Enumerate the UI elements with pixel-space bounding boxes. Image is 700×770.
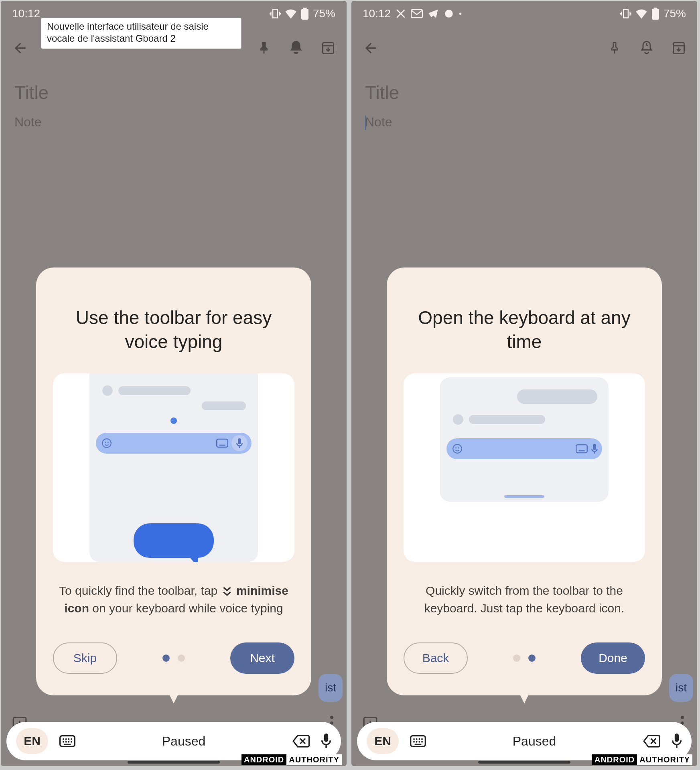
language-chip[interactable]: EN xyxy=(16,728,48,754)
gmail-icon xyxy=(411,9,423,18)
note-title-placeholder[interactable]: Title xyxy=(14,82,333,103)
status-time: 10:12 xyxy=(363,7,391,20)
phone-right: 10:12 • 75% Title Note Open the k xyxy=(351,1,697,766)
card-caption: To quickly find the toolbar, tap minimis… xyxy=(53,582,294,617)
svg-point-30 xyxy=(455,447,457,448)
keyboard-icon[interactable] xyxy=(410,735,426,748)
page-indicator xyxy=(513,654,536,662)
svg-rect-22 xyxy=(64,744,71,745)
reminder-bell-icon[interactable] xyxy=(289,40,303,56)
x-app-icon xyxy=(396,8,406,19)
pin-icon[interactable] xyxy=(607,41,622,55)
telegram-icon xyxy=(428,8,439,19)
chevron-double-down-icon xyxy=(222,586,232,597)
back-icon[interactable] xyxy=(12,40,28,56)
svg-point-47 xyxy=(421,741,423,743)
svg-point-29 xyxy=(453,444,462,453)
archive-icon[interactable] xyxy=(672,41,686,55)
svg-rect-24 xyxy=(411,10,422,18)
skip-button[interactable]: Skip xyxy=(53,642,117,674)
svg-rect-34 xyxy=(593,444,596,450)
card-heading: Use the toolbar for easy voice typing xyxy=(53,306,294,354)
archive-icon[interactable] xyxy=(321,41,335,55)
speech-bubble-icon xyxy=(134,523,214,558)
card-heading: Open the keyboard at any time xyxy=(404,306,645,354)
gesture-bar xyxy=(478,761,570,764)
language-chip[interactable]: EN xyxy=(367,728,399,754)
mic-icon[interactable] xyxy=(321,734,331,749)
bottom-area: ist EN Paused ANDROIDAUTHORITY xyxy=(351,714,697,766)
svg-rect-23 xyxy=(324,734,328,742)
svg-rect-48 xyxy=(415,744,422,745)
card-illustration xyxy=(404,373,645,562)
svg-rect-27 xyxy=(653,8,657,10)
svg-point-16 xyxy=(68,738,69,740)
gesture-bar xyxy=(128,761,220,764)
battery-percent: 75% xyxy=(663,7,686,20)
svg-point-43 xyxy=(421,738,423,740)
suggestion-chip-peek[interactable]: ist xyxy=(319,674,343,702)
card-illustration xyxy=(53,373,294,562)
status-time: 10:12 xyxy=(12,7,40,20)
mic-icon[interactable] xyxy=(672,734,682,749)
svg-point-42 xyxy=(418,738,420,740)
chat-app-icon xyxy=(444,8,454,19)
svg-rect-0 xyxy=(301,9,308,20)
svg-point-46 xyxy=(418,741,420,743)
svg-point-15 xyxy=(65,738,67,740)
watermark: ANDROIDAUTHORITY xyxy=(592,754,692,765)
battery-percent: 75% xyxy=(313,7,335,20)
svg-point-5 xyxy=(108,442,109,443)
text-cursor xyxy=(365,116,366,130)
illus-home-indicator xyxy=(504,495,544,498)
svg-rect-33 xyxy=(579,450,585,452)
svg-point-36 xyxy=(681,716,684,719)
vibrate-icon xyxy=(620,8,631,19)
keyboard-icon[interactable] xyxy=(59,735,75,748)
voice-status: Paused xyxy=(437,734,631,749)
onboarding-card: Open the keyboard at any time Quickly sw… xyxy=(387,267,662,695)
svg-point-14 xyxy=(63,738,64,740)
next-button[interactable]: Next xyxy=(230,642,294,674)
battery-icon xyxy=(651,8,659,20)
mic-mini-icon xyxy=(236,438,243,448)
svg-rect-26 xyxy=(652,9,659,20)
backspace-icon[interactable] xyxy=(643,734,660,748)
back-icon[interactable] xyxy=(363,40,379,56)
svg-point-31 xyxy=(458,447,459,448)
emoji-icon xyxy=(101,438,112,448)
reminder-bell-icon[interactable] xyxy=(639,40,654,56)
svg-point-19 xyxy=(65,741,67,743)
note-body-placeholder[interactable]: Note xyxy=(14,115,333,130)
card-caption: Quickly switch from the toolbar to the k… xyxy=(404,582,645,617)
keyboard-mini-icon xyxy=(576,444,588,454)
note-title-placeholder[interactable]: Title xyxy=(365,82,684,103)
svg-rect-7 xyxy=(219,445,225,446)
svg-rect-49 xyxy=(675,734,679,742)
svg-rect-6 xyxy=(217,439,228,447)
svg-point-41 xyxy=(416,738,418,740)
svg-point-44 xyxy=(413,741,415,743)
wifi-icon xyxy=(285,8,297,19)
note-body-placeholder[interactable]: Note xyxy=(365,115,684,130)
status-bar: 10:12 • 75% xyxy=(351,1,697,26)
back-button[interactable]: Back xyxy=(404,642,468,674)
suggestion-chip-peek[interactable]: ist xyxy=(669,674,693,702)
bottom-area: ist EN Paused ANDROIDAUTHORITY xyxy=(1,714,347,766)
svg-rect-32 xyxy=(576,445,587,453)
pin-icon[interactable] xyxy=(257,41,271,55)
svg-point-4 xyxy=(105,442,106,443)
svg-point-20 xyxy=(68,741,69,743)
done-button[interactable]: Done xyxy=(581,642,645,674)
svg-point-3 xyxy=(102,439,111,448)
svg-point-40 xyxy=(413,738,415,740)
phone-left: 10:12 75% Nouvelle interface utilisateur… xyxy=(1,1,347,766)
svg-rect-8 xyxy=(238,438,241,444)
page-dot-1 xyxy=(162,654,170,662)
page-dot-2 xyxy=(178,654,185,662)
backspace-icon[interactable] xyxy=(292,734,310,748)
hover-tooltip: Nouvelle interface utilisateur de saisie… xyxy=(41,18,241,49)
page-dot-2 xyxy=(528,654,536,662)
wifi-icon xyxy=(635,8,647,19)
page-dot-1 xyxy=(513,654,520,662)
